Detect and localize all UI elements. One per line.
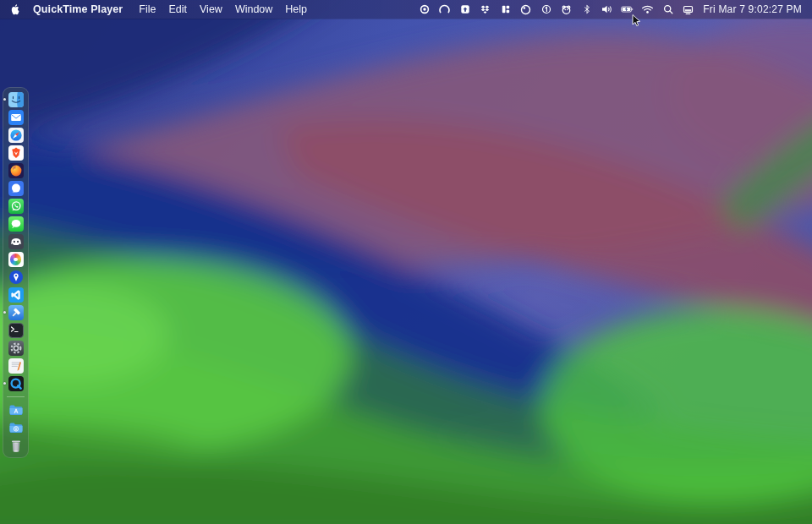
- spotlight-search-icon[interactable]: [661, 3, 674, 16]
- dock-vscode-icon[interactable]: [8, 287, 24, 303]
- one-circle-icon[interactable]: [540, 3, 552, 16]
- dock-brave-icon[interactable]: [8, 145, 24, 161]
- running-indicator: [3, 311, 6, 314]
- dock-mail-icon[interactable]: [8, 110, 24, 125]
- dock-system-settings-icon[interactable]: [8, 341, 24, 356]
- dock-divider: [7, 396, 25, 397]
- menu-window[interactable]: Window: [235, 3, 272, 15]
- dock-textedit-icon[interactable]: [8, 358, 24, 374]
- mouse-cursor: [632, 14, 642, 31]
- menu-bar: QuickTime Player File Edit View Window H…: [0, 0, 812, 19]
- dock-photos-icon[interactable]: [8, 252, 24, 267]
- photos-pinwheel: [10, 254, 22, 265]
- dock-trash-icon[interactable]: [8, 438, 24, 453]
- dock-quicktime-player-icon[interactable]: [8, 376, 24, 391]
- tunnelbear-icon[interactable]: [560, 3, 573, 16]
- dock-signal-icon[interactable]: [8, 181, 24, 196]
- dock-discord-icon[interactable]: [8, 234, 24, 249]
- running-indicator: [3, 382, 6, 385]
- active-app-name[interactable]: QuickTime Player: [33, 3, 123, 15]
- displays-icon[interactable]: [682, 3, 694, 16]
- apple-menu-icon[interactable]: [9, 3, 20, 16]
- desktop-wallpaper: [0, 0, 812, 524]
- dock: [3, 87, 29, 458]
- wifi-icon[interactable]: [641, 3, 654, 16]
- dock-messages-icon[interactable]: [8, 216, 24, 232]
- clock-icon[interactable]: [519, 3, 532, 16]
- dock-safari-icon[interactable]: [8, 128, 24, 143]
- menu-edit[interactable]: Edit: [168, 3, 187, 15]
- upload-box-icon[interactable]: [458, 3, 471, 16]
- screen-recording-icon[interactable]: [418, 3, 431, 16]
- volume-icon[interactable]: [601, 3, 613, 16]
- dock-downloads-folder-icon[interactable]: [8, 420, 24, 435]
- dock-location-pin-app-icon[interactable]: [8, 270, 24, 285]
- dock-finder-icon[interactable]: [8, 92, 24, 107]
- gauge-icon[interactable]: [438, 3, 451, 16]
- window-tiles-icon[interactable]: [499, 3, 512, 16]
- running-indicator: [3, 98, 6, 101]
- dock-terminal-icon[interactable]: [8, 323, 24, 338]
- menu-view[interactable]: View: [200, 3, 222, 15]
- bluetooth-icon[interactable]: [580, 3, 593, 16]
- menu-help[interactable]: Help: [285, 3, 307, 15]
- dock-applications-folder-icon[interactable]: [8, 402, 24, 418]
- dock-xcode-icon[interactable]: [8, 305, 24, 320]
- dock-firefox-icon[interactable]: [8, 163, 24, 178]
- menu-bar-clock[interactable]: Fri Mar 7 9:02:27 PM: [703, 3, 802, 15]
- dropbox-icon[interactable]: [479, 3, 491, 16]
- menu-file[interactable]: File: [139, 3, 156, 15]
- dock-whatsapp-icon[interactable]: [8, 199, 24, 214]
